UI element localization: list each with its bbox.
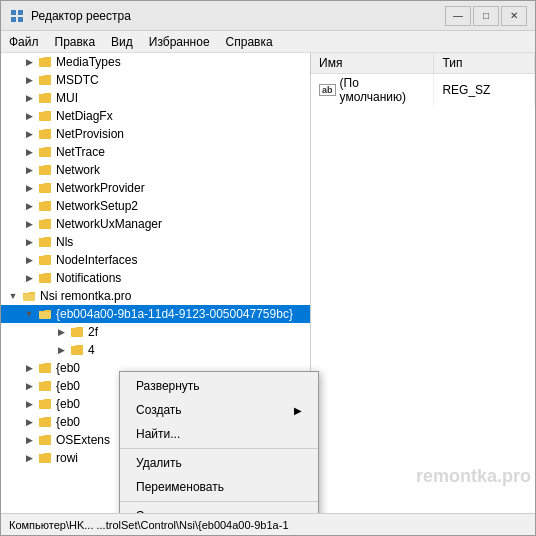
- expand-icon[interactable]: ▶: [21, 108, 37, 124]
- title-bar: Редактор реестра — □ ✕: [1, 1, 535, 31]
- maximize-button[interactable]: □: [473, 6, 499, 26]
- tree-label: 4: [88, 343, 95, 357]
- expand-icon[interactable]: ▶: [21, 360, 37, 376]
- svg-rect-0: [11, 10, 16, 15]
- close-button[interactable]: ✕: [501, 6, 527, 26]
- folder-icon: [37, 54, 53, 70]
- minimize-button[interactable]: —: [445, 6, 471, 26]
- expand-icon[interactable]: ▶: [21, 90, 37, 106]
- expand-icon[interactable]: ▶: [21, 180, 37, 196]
- expand-icon[interactable]: ▶: [53, 342, 69, 358]
- folder-icon: [37, 90, 53, 106]
- tree-item-networksetup2[interactable]: ▶ NetworkSetup2: [1, 197, 310, 215]
- folder-icon: [37, 144, 53, 160]
- tree-item-guid1[interactable]: ▼ {eb004a00-9b1a-11d4-9123-0050047759bc}: [1, 305, 310, 323]
- expand-icon[interactable]: ▶: [21, 234, 37, 250]
- expand-icon[interactable]: ▶: [21, 396, 37, 412]
- tree-item-nodeinterfaces[interactable]: ▶ NodeInterfaces: [1, 251, 310, 269]
- ctx-create[interactable]: Создать ▶: [120, 398, 318, 422]
- menu-view[interactable]: Вид: [103, 31, 141, 52]
- table-row[interactable]: ab (По умолчанию) REG_SZ: [311, 74, 535, 107]
- expand-icon[interactable]: ▶: [53, 324, 69, 340]
- tree-item-mediatypes[interactable]: ▶ MediaTypes: [1, 53, 310, 71]
- tree-label: NetTrace: [56, 145, 105, 159]
- svg-rect-16: [39, 275, 51, 283]
- ctx-find[interactable]: Найти...: [120, 422, 318, 446]
- folder-icon: [37, 216, 53, 232]
- tree-label: OSExtens: [56, 433, 110, 447]
- menu-file[interactable]: Файл: [1, 31, 47, 52]
- tree-item-msdtc[interactable]: ▶ MSDTC: [1, 71, 310, 89]
- tree-item-nls[interactable]: ▶ Nls: [1, 233, 310, 251]
- svg-rect-24: [39, 419, 51, 427]
- svg-rect-1: [18, 10, 23, 15]
- value-type: REG_SZ: [434, 74, 535, 107]
- svg-rect-11: [39, 185, 51, 193]
- svg-rect-2: [11, 17, 16, 22]
- folder-icon: [37, 72, 53, 88]
- tree-item-nettrace[interactable]: ▶ NetTrace: [1, 143, 310, 161]
- expand-icon[interactable]: ▶: [21, 450, 37, 466]
- value-name: ab (По умолчанию): [311, 74, 434, 107]
- ctx-separator-1: [120, 448, 318, 449]
- tree-item-network[interactable]: ▶ Network: [1, 161, 310, 179]
- expand-icon[interactable]: ▶: [21, 216, 37, 232]
- ctx-rename-label: Переименовать: [136, 480, 224, 494]
- expand-icon[interactable]: ▶: [21, 432, 37, 448]
- tree-item-sub4[interactable]: ▶ 4: [1, 341, 310, 359]
- tree-item-networkuxmanager[interactable]: ▶ NetworkUxManager: [1, 215, 310, 233]
- content-area: ▶ MediaTypes ▶ MSDTC ▶ MUI: [1, 53, 535, 513]
- tree-item-mui[interactable]: ▶ MUI: [1, 89, 310, 107]
- ctx-delete-label: Удалить: [136, 456, 182, 470]
- expand-icon[interactable]: ▶: [21, 72, 37, 88]
- folder-icon: [37, 162, 53, 178]
- expand-icon[interactable]: ▶: [21, 270, 37, 286]
- tree-item-netdiagfx[interactable]: ▶ NetDiagFx: [1, 107, 310, 125]
- expand-icon[interactable]: ▶: [21, 144, 37, 160]
- tree-label: {eb0: [56, 379, 80, 393]
- app-icon: [9, 8, 25, 24]
- column-name[interactable]: Имя: [311, 53, 434, 74]
- tree-item-networkprovider[interactable]: ▶ NetworkProvider: [1, 179, 310, 197]
- ctx-export[interactable]: Экспортировать: [120, 504, 318, 513]
- expand-icon[interactable]: ▶: [21, 414, 37, 430]
- menu-help[interactable]: Справка: [218, 31, 281, 52]
- expand-icon[interactable]: ▶: [21, 162, 37, 178]
- expand-icon[interactable]: ▶: [21, 54, 37, 70]
- ctx-expand[interactable]: Развернуть: [120, 374, 318, 398]
- expand-icon[interactable]: ▼: [21, 306, 37, 322]
- tree-label: MediaTypes: [56, 55, 121, 69]
- tree-label: MSDTC: [56, 73, 99, 87]
- expand-icon[interactable]: ▶: [21, 126, 37, 142]
- status-bar: Компьютер\HK... ...trolSet\Control\Nsi\{…: [1, 513, 535, 535]
- expand-icon[interactable]: ▶: [21, 198, 37, 214]
- tree-label: NetworkUxManager: [56, 217, 162, 231]
- ctx-export-label: Экспортировать: [136, 509, 226, 513]
- tree-label: {eb0: [56, 415, 80, 429]
- ctx-rename[interactable]: Переименовать: [120, 475, 318, 499]
- tree-item-nsi[interactable]: ▼ Nsi remontka.pro: [1, 287, 310, 305]
- folder-icon: [69, 324, 85, 340]
- svg-rect-25: [39, 437, 51, 445]
- tree-label: NetworkProvider: [56, 181, 145, 195]
- folder-icon: [37, 450, 53, 466]
- folder-icon: [37, 252, 53, 268]
- folder-icon: [37, 270, 53, 286]
- tree-label: Nsi remontka.pro: [40, 289, 131, 303]
- tree-label: MUI: [56, 91, 78, 105]
- ctx-delete[interactable]: Удалить: [120, 451, 318, 475]
- menu-favorites[interactable]: Избранное: [141, 31, 218, 52]
- tree-label: Network: [56, 163, 100, 177]
- tree-item-notifications[interactable]: ▶ Notifications: [1, 269, 310, 287]
- tree-item-netprovision[interactable]: ▶ NetProvision: [1, 125, 310, 143]
- tree-item-sub2f[interactable]: ▶ 2f: [1, 323, 310, 341]
- tree-label: {eb0: [56, 397, 80, 411]
- expand-icon[interactable]: ▶: [21, 378, 37, 394]
- menu-edit[interactable]: Правка: [47, 31, 104, 52]
- tree-label: Nls: [56, 235, 73, 249]
- expand-icon[interactable]: ▶: [21, 252, 37, 268]
- column-type[interactable]: Тип: [434, 53, 535, 74]
- svg-rect-21: [39, 365, 51, 373]
- svg-rect-22: [39, 383, 51, 391]
- expand-icon[interactable]: ▼: [5, 288, 21, 304]
